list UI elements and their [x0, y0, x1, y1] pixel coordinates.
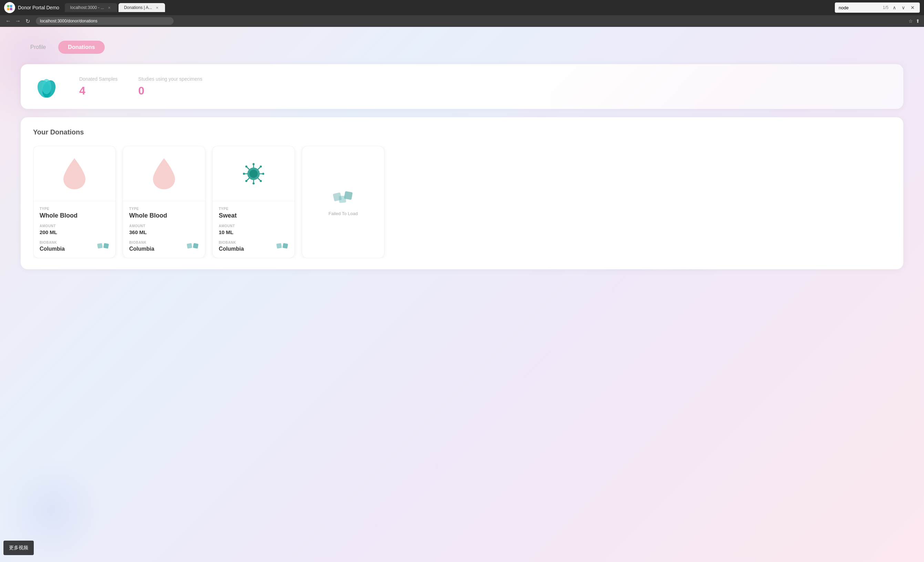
svg-line-27 [247, 178, 249, 180]
tab-donations-close[interactable]: ✕ [155, 5, 159, 10]
card-1-amount-label: AMOUNT [40, 224, 109, 228]
card-2-type-label: TYPE [129, 207, 199, 211]
card-2-biobank-row: BIOBANK Columbia [129, 240, 199, 252]
card-1-body: TYPE Whole Blood AMOUNT 200 ML BIOBANK C… [33, 201, 116, 258]
app-title: Donor Portal Demo [18, 5, 59, 11]
browser-chrome: Donor Portal Demo localhost:3000 - ... ✕… [0, 0, 924, 15]
svg-point-14 [252, 163, 255, 165]
tab-donations[interactable]: Donations [58, 41, 104, 54]
back-btn[interactable]: ← [4, 17, 12, 25]
svg-rect-7 [97, 243, 103, 249]
svg-line-23 [258, 178, 260, 180]
card-1-biobank-value: Columbia [40, 246, 65, 252]
tab-donations[interactable]: Donations | A... ✕ [118, 3, 165, 12]
svg-rect-29 [276, 243, 282, 249]
card-2-image [123, 146, 205, 201]
svg-rect-33 [339, 195, 346, 203]
card-2-type-value: Whole Blood [129, 212, 199, 219]
tab-bar: localhost:3000 - ... ✕ Donations | A... … [65, 3, 832, 12]
tab-profile[interactable]: Profile [21, 41, 56, 54]
donated-samples-stat: Donated Samples 4 [79, 76, 117, 97]
find-input[interactable] [838, 5, 880, 11]
svg-rect-3 [10, 8, 12, 11]
nav-tabs: Profile Donations [21, 41, 903, 54]
page-content: Profile Donations Donated Samples 4 Stud… [0, 27, 924, 562]
studies-label: Studies using your specimens [138, 76, 202, 82]
svg-rect-9 [187, 243, 192, 249]
card-1-image [33, 146, 116, 201]
forward-btn[interactable]: → [14, 17, 22, 25]
svg-line-25 [258, 167, 260, 169]
find-close-btn[interactable]: ✕ [909, 4, 916, 11]
failed-cubes-icon [333, 188, 354, 206]
svg-point-18 [243, 173, 245, 175]
svg-rect-10 [193, 243, 198, 249]
tab-localhost-close[interactable]: ✕ [107, 5, 112, 10]
donation-card-1[interactable]: TYPE Whole Blood AMOUNT 200 ML BIOBANK C… [33, 146, 116, 258]
card-3-image [213, 146, 295, 201]
reload-btn[interactable]: ↻ [23, 17, 32, 25]
find-next-btn[interactable]: ∨ [900, 4, 906, 11]
studies-value: 0 [138, 84, 202, 97]
svg-point-12 [249, 170, 258, 178]
svg-rect-8 [104, 243, 109, 249]
card-1-type-label: TYPE [40, 207, 109, 211]
svg-point-24 [260, 180, 262, 182]
section-title: Your Donations [33, 128, 891, 136]
find-prev-btn[interactable]: ∧ [891, 4, 897, 11]
leaf-logo [34, 75, 58, 99]
address-input[interactable] [36, 17, 174, 25]
browser-logo [4, 2, 15, 13]
svg-point-22 [245, 165, 248, 168]
svg-point-6 [42, 79, 51, 94]
card-3-biobank-label: BIOBANK [219, 240, 244, 245]
card-2-biobank-value: Columbia [129, 246, 154, 252]
card-3-type-value: Sweat [219, 212, 288, 219]
tab-localhost[interactable]: localhost:3000 - ... ✕ [65, 3, 117, 12]
card-2-amount-label: AMOUNT [129, 224, 199, 228]
svg-rect-2 [7, 8, 10, 11]
card-3-type-label: TYPE [219, 207, 288, 211]
donation-card-3[interactable]: TYPE Sweat AMOUNT 10 ML BIOBANK Columbia [212, 146, 295, 258]
card-2-cube-icon [186, 240, 199, 252]
svg-rect-0 [7, 5, 10, 8]
card-2-body: TYPE Whole Blood AMOUNT 360 ML BIOBANK C… [123, 201, 205, 258]
svg-point-28 [245, 180, 248, 182]
nav-controls: ← → ↻ [4, 17, 32, 25]
donated-samples-value: 4 [79, 84, 117, 97]
card-3-amount-label: AMOUNT [219, 224, 288, 228]
failed-text: Failed To Load [328, 211, 358, 216]
share-icon[interactable]: ⬆ [916, 18, 920, 24]
find-bar: 1/5 ∧ ∨ ✕ [835, 2, 920, 13]
video-btn[interactable]: 更多视频 [3, 541, 34, 555]
card-2-biobank-label: BIOBANK [129, 240, 154, 245]
tab-donations-label: Donations | A... [124, 5, 152, 10]
svg-rect-1 [10, 5, 12, 8]
card-1-cube-icon [97, 240, 109, 252]
tab-localhost-label: localhost:3000 - ... [70, 5, 104, 10]
card-3-cube-icon [276, 240, 288, 252]
donation-card-2[interactable]: TYPE Whole Blood AMOUNT 360 ML BIOBANK C… [123, 146, 206, 258]
find-count: 1/5 [883, 5, 888, 10]
card-1-type-value: Whole Blood [40, 212, 109, 219]
studies-stat: Studies using your specimens 0 [138, 76, 202, 97]
donations-section: Your Donations TYPE Whole Blood AMOUNT 2… [21, 117, 903, 269]
card-1-biobank-label: BIOBANK [40, 240, 65, 245]
address-bar: ← → ↻ ☆ ⬆ [0, 15, 924, 27]
svg-point-16 [252, 182, 255, 185]
stats-card: Donated Samples 4 Studies using your spe… [21, 64, 903, 109]
bookmark-icon[interactable]: ☆ [909, 18, 913, 24]
failed-card-content: Failed To Load [302, 146, 384, 258]
card-3-biobank-row: BIOBANK Columbia [219, 240, 288, 252]
card-2-amount-value: 360 ML [129, 229, 199, 235]
card-3-amount-value: 10 ML [219, 229, 288, 235]
card-3-body: TYPE Sweat AMOUNT 10 ML BIOBANK Columbia [213, 201, 295, 258]
donation-card-4[interactable]: Failed To Load [302, 146, 384, 258]
address-icons: ☆ ⬆ [909, 18, 920, 24]
svg-rect-30 [282, 243, 288, 249]
card-1-amount-value: 200 ML [40, 229, 109, 235]
svg-point-20 [262, 173, 264, 175]
donated-samples-label: Donated Samples [79, 76, 117, 82]
donations-grid: TYPE Whole Blood AMOUNT 200 ML BIOBANK C… [33, 146, 891, 258]
card-1-biobank-row: BIOBANK Columbia [40, 240, 109, 252]
